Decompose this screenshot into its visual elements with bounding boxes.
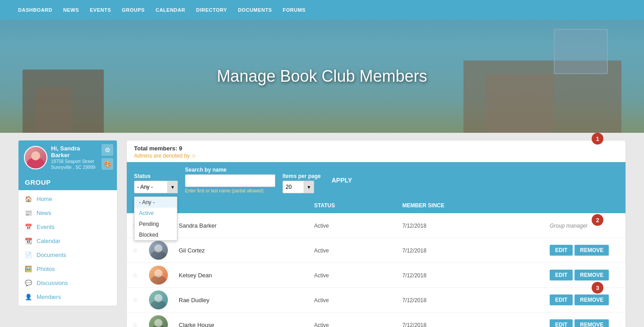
avatar: [24, 146, 47, 169]
sidebar-item-events[interactable]: 📅 Events: [19, 220, 117, 234]
search-input[interactable]: [185, 174, 275, 187]
sidebar-section-title: GROUP: [19, 174, 117, 190]
member-avatar: [149, 315, 168, 327]
status-option-any[interactable]: - Any -: [134, 197, 177, 208]
panel-header: Total members: 9 Admins are denoted by ☆: [127, 140, 625, 162]
member-since: 7/12/2018: [402, 322, 426, 327]
nav-forums[interactable]: FORUMS: [283, 7, 306, 13]
member-status: Active: [314, 223, 329, 229]
nav-groups[interactable]: GROUPS: [122, 7, 145, 13]
star-icon[interactable]: ☆: [132, 247, 138, 254]
table-row: ☆Rae DudleyActive7/12/2018EDITREMOVE: [127, 288, 625, 313]
members-table: STATUS MEMBER SINCE ☆Sandra BarkerActive…: [127, 198, 625, 327]
members-icon: 👤: [25, 294, 32, 300]
sidebar-nav: 🏠 Home 📰 News 📅 Events 📆 Calendar 📄 Docu…: [19, 190, 117, 306]
hero-section: Manage Book Club Members: [0, 20, 644, 133]
status-filter-group: Status ▼ - Any - Active Pending Blocked: [134, 173, 178, 193]
star-icon[interactable]: ☆: [132, 321, 138, 327]
sidebar-item-photos[interactable]: 🖼️ Photos: [19, 262, 117, 276]
home-icon: 🏠: [25, 196, 32, 202]
nav-documents[interactable]: DOCUMENTS: [238, 7, 272, 13]
member-since: 7/12/2018: [402, 223, 426, 229]
member-name: Gil Cortez: [179, 247, 205, 254]
sidebar-item-news[interactable]: 📰 News: [19, 206, 117, 220]
admins-note: Admins are denoted by ☆: [134, 153, 618, 159]
table-row: ☆Gil CortezActive7/12/2018EDITREMOVE: [127, 238, 625, 263]
events-icon: 📅: [25, 224, 32, 230]
edit-button[interactable]: EDIT: [550, 319, 573, 327]
search-hint: Enter first or last name (partial allowe…: [185, 188, 275, 193]
sidebar-profile: Hi, Sandra Barker 18758 Seaport Street S…: [19, 140, 117, 174]
member-status: Active: [314, 322, 329, 327]
member-name: Rae Dudley: [179, 297, 209, 304]
table-row: ☆Clarke HouseActive7/12/2018EDITREMOVE: [127, 313, 625, 327]
remove-button[interactable]: REMOVE: [575, 319, 609, 327]
per-page-input[interactable]: [283, 181, 304, 193]
action-buttons: EDITREMOVE: [550, 319, 620, 327]
star-icon[interactable]: ☆: [132, 296, 138, 304]
status-input[interactable]: [134, 181, 168, 193]
search-filter-group: Search by name Enter first or last name …: [185, 167, 275, 193]
avatar-icon-button[interactable]: 🎨: [102, 158, 113, 170]
member-since: 7/12/2018: [402, 272, 426, 279]
filter-bar: Status ▼ - Any - Active Pending Blocked …: [127, 162, 625, 198]
annotation-1: 1: [592, 133, 603, 145]
nav-calendar[interactable]: CALENDAR: [156, 7, 185, 13]
table-row: ☆Kelsey DeanActive7/12/2018EDITREMOVE: [127, 263, 625, 288]
search-label: Search by name: [185, 167, 275, 173]
news-icon: 📰: [25, 210, 32, 216]
settings-icon-button[interactable]: ⚙: [102, 144, 113, 156]
sidebar-item-documents[interactable]: 📄 Documents: [19, 248, 117, 262]
per-page-filter-group: Items per page ▼: [283, 173, 321, 193]
remove-button[interactable]: REMOVE: [575, 245, 609, 256]
member-status: Active: [314, 297, 329, 304]
status-option-blocked[interactable]: Blocked: [134, 229, 177, 240]
nav-dashboard[interactable]: DASHBOARD: [18, 7, 52, 13]
edit-button[interactable]: EDIT: [550, 270, 573, 280]
page-title: Manage Book Club Members: [217, 67, 427, 86]
nav-directory[interactable]: DIRECTORY: [196, 7, 227, 13]
action-buttons: EDITREMOVE: [550, 294, 620, 305]
content-panel: Total members: 9 Admins are denoted by ☆…: [126, 140, 626, 327]
status-dropdown-toggle[interactable]: ▼: [168, 181, 178, 193]
remove-button[interactable]: REMOVE: [575, 270, 609, 280]
annotation-2: 2: [592, 214, 603, 226]
member-name: Clarke House: [179, 322, 214, 327]
action-buttons: EDITREMOVE: [550, 270, 620, 280]
nav-events[interactable]: EVENTS: [90, 7, 111, 13]
edit-button[interactable]: EDIT: [550, 245, 573, 256]
annotation-3: 3: [592, 282, 603, 294]
edit-button[interactable]: EDIT: [550, 294, 573, 305]
member-since: 7/12/2018: [402, 297, 426, 304]
sidebar-item-discussions[interactable]: 💬 Discussions: [19, 276, 117, 290]
remove-button[interactable]: REMOVE: [575, 294, 609, 305]
per-page-label: Items per page: [283, 173, 321, 179]
status-option-active[interactable]: Active: [134, 208, 177, 219]
member-name: Kelsey Dean: [179, 272, 212, 279]
total-members: Total members: 9: [134, 145, 618, 152]
per-page-dropdown-toggle[interactable]: ▼: [304, 181, 314, 193]
star-icon[interactable]: ☆: [132, 271, 138, 279]
status-option-pending[interactable]: Pending: [134, 219, 177, 229]
status-label: Status: [134, 173, 178, 179]
member-status: Active: [314, 248, 329, 254]
nav-news[interactable]: NEWS: [63, 7, 79, 13]
apply-button[interactable]: APPLY: [328, 175, 356, 186]
table-row: ☆Sandra BarkerActive7/12/2018Group manag…: [127, 213, 625, 238]
sidebar: Hi, Sandra Barker 18758 Seaport Street S…: [18, 140, 117, 306]
col-since: MEMBER SINCE: [397, 198, 544, 213]
member-since: 7/12/2018: [402, 248, 426, 254]
discussions-icon: 💬: [25, 280, 32, 286]
member-avatar: [149, 241, 168, 260]
action-buttons: EDITREMOVE: [550, 245, 620, 256]
col-name: [173, 198, 309, 213]
group-manager-label: Group manager: [550, 223, 588, 229]
sidebar-item-calendar[interactable]: 📆 Calendar: [19, 234, 117, 248]
sidebar-item-home[interactable]: 🏠 Home: [19, 192, 117, 206]
member-status: Active: [314, 272, 329, 279]
status-dropdown-popup: - Any - Active Pending Blocked: [134, 196, 177, 241]
calendar-icon: 📆: [25, 238, 32, 244]
member-avatar: [149, 290, 168, 309]
photos-icon: 🖼️: [25, 266, 32, 272]
sidebar-item-members[interactable]: 👤 Members: [19, 290, 117, 304]
